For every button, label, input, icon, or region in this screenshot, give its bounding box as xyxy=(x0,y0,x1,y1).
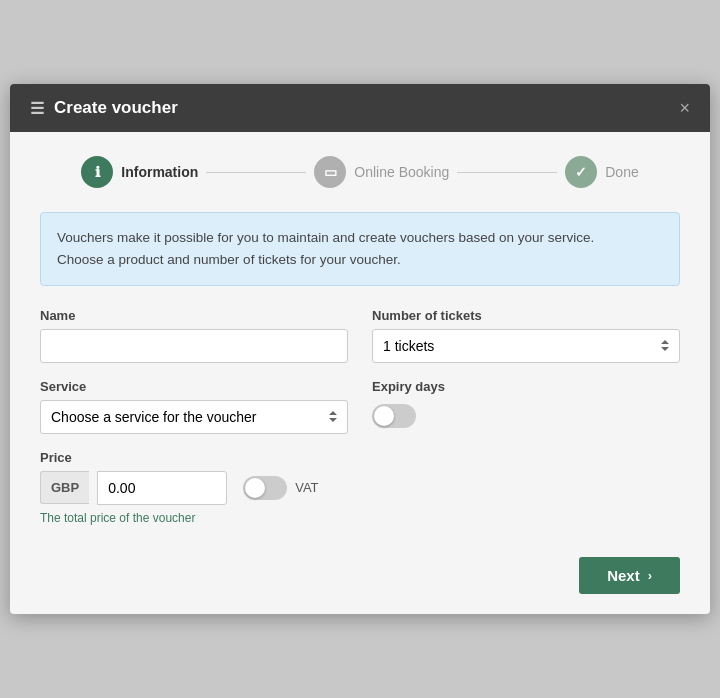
modal-body: ℹ Information ▭ Online Booking ✓ Done Vo xyxy=(10,132,710,544)
name-group: Name xyxy=(40,308,348,363)
step-done-label: Done xyxy=(605,164,638,180)
step-line-1 xyxy=(206,172,306,173)
info-box-line2: Choose a product and number of tickets f… xyxy=(57,252,401,267)
currency-badge: GBP xyxy=(40,471,89,504)
modal-header: ☰ Create voucher × xyxy=(10,84,710,132)
price-input[interactable] xyxy=(97,471,227,505)
name-label: Name xyxy=(40,308,348,323)
tickets-label: Number of tickets xyxy=(372,308,680,323)
step-online-booking: ▭ Online Booking xyxy=(314,156,449,188)
price-hint: The total price of the voucher xyxy=(40,511,680,525)
step-information-label: Information xyxy=(121,164,198,180)
form-row-1: Name Number of tickets 1 tickets 2 ticke… xyxy=(40,308,680,363)
step-online-booking-label: Online Booking xyxy=(354,164,449,180)
modal-title: Create voucher xyxy=(54,98,178,118)
modal-title-group: ☰ Create voucher xyxy=(30,98,178,118)
service-select[interactable]: Choose a service for the voucher xyxy=(40,400,348,434)
step-information-icon: ℹ xyxy=(95,164,100,180)
expiry-label: Expiry days xyxy=(372,379,680,394)
step-done-circle: ✓ xyxy=(565,156,597,188)
modal-footer: Next › xyxy=(10,545,710,614)
info-box-line1: Vouchers make it possible for you to mai… xyxy=(57,230,594,245)
steps-indicator: ℹ Information ▭ Online Booking ✓ Done xyxy=(40,156,680,188)
name-input[interactable] xyxy=(40,329,348,363)
vat-label: VAT xyxy=(295,480,318,495)
price-section: Price GBP VAT The total price of the vou… xyxy=(40,450,680,525)
expiry-toggle[interactable] xyxy=(372,404,416,428)
tickets-select[interactable]: 1 tickets 2 tickets 3 tickets 5 tickets … xyxy=(372,329,680,363)
price-input-group: GBP VAT xyxy=(40,471,680,505)
form-row-2: Service Choose a service for the voucher… xyxy=(40,379,680,434)
close-button[interactable]: × xyxy=(679,99,690,117)
step-done-icon: ✓ xyxy=(575,164,587,180)
expiry-group: Expiry days xyxy=(372,379,680,434)
step-information-circle: ℹ xyxy=(81,156,113,188)
expiry-toggle-wrapper xyxy=(372,400,680,428)
step-online-booking-circle: ▭ xyxy=(314,156,346,188)
vat-toggle[interactable] xyxy=(243,476,287,500)
tickets-group: Number of tickets 1 tickets 2 tickets 3 … xyxy=(372,308,680,363)
step-information: ℹ Information xyxy=(81,156,198,188)
next-button[interactable]: Next › xyxy=(579,557,680,594)
list-icon: ☰ xyxy=(30,99,44,118)
create-voucher-modal: ☰ Create voucher × ℹ Information ▭ Onlin… xyxy=(10,84,710,613)
price-label: Price xyxy=(40,450,680,465)
service-label: Service xyxy=(40,379,348,394)
step-online-booking-icon: ▭ xyxy=(324,164,337,180)
chevron-right-icon: › xyxy=(648,568,652,583)
info-box: Vouchers make it possible for you to mai… xyxy=(40,212,680,285)
next-button-label: Next xyxy=(607,567,640,584)
step-done: ✓ Done xyxy=(565,156,638,188)
service-group: Service Choose a service for the voucher xyxy=(40,379,348,434)
step-line-2 xyxy=(457,172,557,173)
